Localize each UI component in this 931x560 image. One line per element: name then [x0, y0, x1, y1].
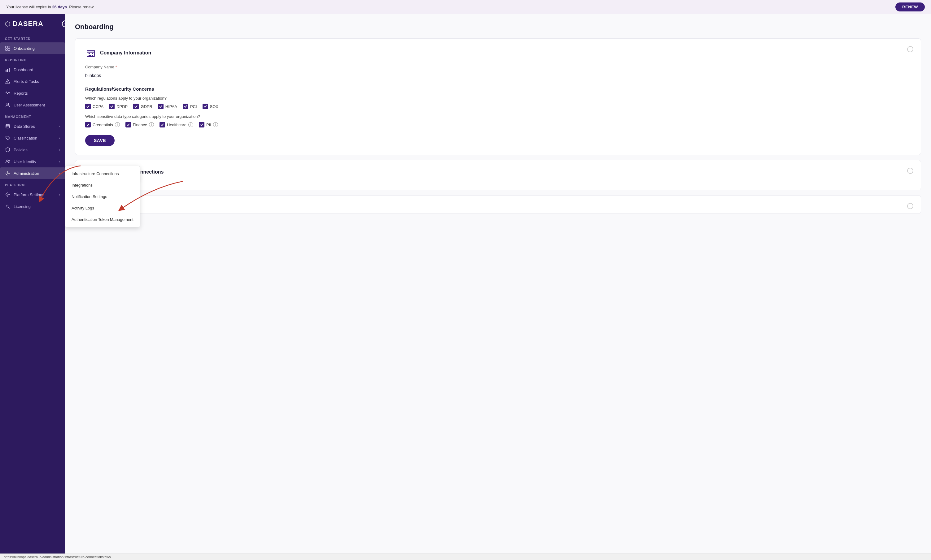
- section-reporting: REPORTING: [0, 54, 65, 64]
- sidebar-item-user-assessment-label: User Assessment: [14, 103, 45, 108]
- svg-rect-2: [6, 49, 8, 51]
- sidebar-item-classification-label: Classification: [14, 136, 37, 140]
- logo: ⬡ DASERA: [0, 14, 65, 33]
- sidebar-item-administration[interactable]: Administration ›: [0, 168, 65, 179]
- chevron-right-icon: ›: [59, 136, 60, 140]
- credentials-info-icon[interactable]: i: [115, 122, 120, 127]
- svg-rect-1: [8, 46, 10, 48]
- sidebar-item-alerts[interactable]: Alerts & Tasks: [0, 75, 65, 87]
- renew-button[interactable]: RENEW: [895, 3, 925, 11]
- svg-point-12: [7, 137, 8, 138]
- sidebar-item-onboarding[interactable]: Onboarding: [0, 42, 65, 54]
- building-icon: [85, 47, 96, 58]
- svg-point-16: [7, 194, 8, 195]
- checkbox-healthcare[interactable]: Healthcare i: [159, 122, 193, 128]
- healthcare-info-icon[interactable]: i: [188, 122, 193, 127]
- dpdp-checkbox[interactable]: [109, 104, 114, 109]
- chevron-right-icon: ›: [59, 148, 60, 152]
- gdpr-checkbox[interactable]: [133, 104, 139, 109]
- dropdown-item-notification-settings[interactable]: Notification Settings: [65, 191, 140, 202]
- svg-point-17: [6, 205, 8, 207]
- regulations-checkboxes: CCPA DPDP GDPR HIPAA: [85, 104, 911, 109]
- hipaa-checkbox[interactable]: [158, 104, 164, 109]
- healthcare-checkbox[interactable]: [159, 122, 165, 128]
- finance-info-icon[interactable]: i: [149, 122, 154, 127]
- checkbox-dpdp[interactable]: DPDP: [109, 104, 128, 109]
- partial-card-radio[interactable]: [907, 203, 913, 209]
- dropdown-item-integrations[interactable]: Integrations: [65, 180, 140, 191]
- svg-rect-22: [89, 55, 90, 56]
- banner-days: 26 days: [52, 5, 67, 9]
- infra-card-radio[interactable]: [907, 168, 913, 174]
- svg-point-11: [6, 125, 9, 126]
- status-bar-url: https://blinkops.dasera.io/administratio…: [4, 555, 111, 559]
- save-button[interactable]: SAVE: [85, 135, 114, 146]
- sidebar-item-reports-label: Reports: [14, 91, 28, 95]
- user-icon: [5, 102, 11, 108]
- sox-checkbox[interactable]: [202, 104, 208, 109]
- chart-icon: [5, 67, 11, 72]
- infrastructure-connections-card: Infrastructure Connections: [75, 160, 921, 190]
- svg-rect-4: [6, 69, 6, 72]
- company-name-input[interactable]: [85, 71, 215, 80]
- key-icon: [5, 203, 11, 209]
- activity-icon: [5, 90, 11, 96]
- logo-icon: ⬡: [5, 20, 10, 28]
- banner-text: Your license will expire in 26 days. Ple…: [6, 5, 94, 9]
- dropdown-item-auth-token[interactable]: Authentication Token Management: [65, 214, 140, 225]
- ccpa-checkbox[interactable]: [85, 104, 91, 109]
- svg-rect-20: [89, 53, 90, 54]
- svg-rect-6: [9, 68, 9, 72]
- checkbox-ccpa[interactable]: CCPA: [85, 104, 103, 109]
- sidebar-item-reports[interactable]: Reports: [0, 87, 65, 99]
- sidebar-item-platform-settings[interactable]: Platform Settings ›: [0, 189, 65, 200]
- banner-text-before: Your license will expire in: [6, 5, 52, 9]
- company-card-radio[interactable]: [907, 46, 913, 52]
- checkbox-gdpr[interactable]: GDPR: [133, 104, 152, 109]
- card-header: Company Information: [85, 47, 911, 58]
- finance-checkbox[interactable]: [125, 122, 131, 128]
- dropdown-item-activity-logs[interactable]: Activity Logs: [65, 202, 140, 214]
- sidebar-item-policies[interactable]: Policies ›: [0, 144, 65, 155]
- checkbox-pci[interactable]: PCI: [183, 104, 197, 109]
- checkbox-credentials[interactable]: Credentials i: [85, 122, 120, 128]
- svg-rect-21: [92, 53, 93, 54]
- regulations-question: Which regulations apply to your organiza…: [85, 96, 911, 100]
- sidebar-item-user-assessment[interactable]: User Assessment: [0, 99, 65, 111]
- sidebar-item-classification[interactable]: Classification ›: [0, 132, 65, 144]
- shield-icon: [5, 147, 11, 152]
- pii-info-icon[interactable]: i: [213, 122, 218, 127]
- checkbox-pii[interactable]: PII i: [199, 122, 218, 128]
- sidebar-item-user-identity-label: User Identity: [14, 159, 36, 164]
- sidebar-item-alerts-label: Alerts & Tasks: [14, 79, 39, 84]
- sidebar-item-user-identity[interactable]: User Identity ›: [0, 155, 65, 168]
- database-icon: [5, 123, 11, 129]
- sidebar-item-dashboard[interactable]: Dashboard: [0, 64, 65, 75]
- chevron-right-icon: ›: [59, 193, 60, 197]
- data-types-checkboxes: Credentials i Finance i Healthcare i: [85, 122, 911, 128]
- section-management: MANAGEMENT: [0, 111, 65, 120]
- checkbox-finance[interactable]: Finance i: [125, 122, 154, 128]
- partial-card-text: res: [85, 202, 911, 207]
- checkbox-sox[interactable]: SOX: [202, 104, 218, 109]
- sidebar-item-licensing[interactable]: Licensing: [0, 200, 65, 212]
- pci-checkbox[interactable]: [183, 104, 188, 109]
- checkbox-hipaa[interactable]: HIPAA: [158, 104, 177, 109]
- sidebar-item-data-stores[interactable]: Data Stores ›: [0, 120, 65, 132]
- users-icon: [5, 159, 11, 164]
- svg-point-9: [8, 82, 8, 83]
- svg-rect-5: [7, 69, 8, 72]
- data-types-question: Which sensitive data type categories app…: [85, 114, 911, 119]
- partial-card: res: [75, 195, 921, 214]
- company-information-card: Company Information Company Name * Regul…: [75, 38, 921, 155]
- section-platform: PLATFORM: [0, 179, 65, 189]
- company-card-title: Company Information: [100, 50, 151, 56]
- logo-text: DASERA: [13, 20, 43, 28]
- alert-icon: [5, 78, 11, 84]
- pii-checkbox[interactable]: [199, 122, 204, 128]
- svg-rect-23: [92, 55, 93, 56]
- credentials-checkbox[interactable]: [85, 122, 91, 128]
- dropdown-item-infra-connections[interactable]: Infrastructure Connections: [65, 168, 140, 180]
- settings-icon: [5, 171, 11, 176]
- chevron-right-icon: ›: [59, 171, 60, 175]
